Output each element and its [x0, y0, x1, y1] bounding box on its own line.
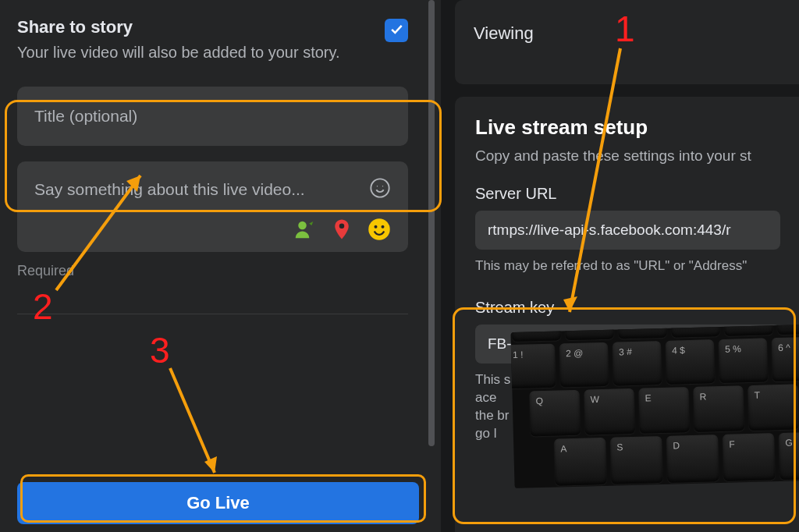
keyboard-key: 6 ^: [772, 337, 799, 382]
svg-point-7: [382, 225, 385, 229]
server-url-label: Server URL: [475, 185, 780, 203]
svg-point-5: [368, 218, 390, 240]
keyboard-key: F6: [776, 325, 799, 335]
setup-subtitle: Copy and paste these settings into your …: [475, 147, 780, 165]
description-input[interactable]: [34, 180, 369, 199]
keyboard-photo: F1 F2 F3 F4 F5 F6 1 ! 2 @ 3 # 4 $ 5 % 6 …: [510, 325, 799, 488]
setup-title: Live stream setup: [475, 115, 780, 140]
keyboard-key: F5: [723, 325, 772, 336]
share-to-story-checkbox[interactable]: [385, 19, 408, 42]
smiley-filled-icon[interactable]: [368, 218, 391, 241]
svg-point-6: [375, 225, 378, 229]
keyboard-key: D: [666, 434, 719, 483]
right-panel: Viewing Live stream setup Copy and paste…: [441, 0, 799, 532]
keyboard-key: 5 %: [719, 338, 768, 383]
smiley-outline-icon[interactable]: [369, 177, 391, 202]
annotation-number-3: 3: [150, 329, 170, 371]
go-live-label: Go Live: [186, 493, 250, 513]
svg-point-1: [377, 186, 378, 186]
keyboard-key: Q: [529, 390, 580, 437]
annotation-number-2: 2: [33, 286, 53, 328]
keyboard-key: F: [723, 433, 776, 481]
divider: [17, 314, 408, 314]
keyboard-key: E: [638, 387, 689, 434]
svg-point-4: [339, 224, 345, 229]
share-to-story-subtitle: Your live video will also be added to yo…: [17, 42, 340, 63]
svg-point-0: [371, 179, 389, 197]
required-label: Required: [17, 263, 408, 279]
check-icon: [389, 21, 404, 40]
server-url-value[interactable]: rtmps://live-api-s.facebook.com:443/r: [475, 211, 780, 250]
keyboard-key: 1 !: [510, 343, 556, 388]
share-to-story-title: Share to story: [17, 17, 340, 37]
keyboard-key: S: [610, 436, 663, 484]
svg-point-2: [382, 186, 383, 186]
annotation-number-1: 1: [615, 8, 635, 50]
server-url-hint: This may be referred to as "URL" or "Add…: [475, 257, 780, 275]
description-card[interactable]: [17, 161, 408, 252]
title-input[interactable]: [34, 107, 391, 126]
keyboard-key: R: [693, 385, 744, 432]
go-live-button[interactable]: Go Live: [17, 482, 419, 524]
scrollbar[interactable]: [428, 0, 435, 446]
keyboard-key: 4 $: [666, 339, 715, 385]
keyboard-key: 3 #: [613, 341, 662, 386]
stream-key-label: Stream key: [475, 299, 780, 317]
keyboard-key: 2 @: [559, 342, 609, 388]
live-stream-setup-card: Live stream setup Copy and paste these s…: [455, 97, 799, 532]
keyboard-key: G: [779, 431, 799, 480]
keyboard-key: W: [584, 388, 634, 435]
tag-person-icon[interactable]: [293, 218, 316, 241]
location-pin-icon[interactable]: [330, 218, 353, 241]
keyboard-key: T: [748, 384, 798, 431]
left-panel: Share to story Your live video will also…: [0, 0, 441, 532]
svg-point-3: [298, 222, 307, 230]
title-input-card[interactable]: [17, 87, 408, 146]
keyboard-key: A: [554, 438, 607, 486]
